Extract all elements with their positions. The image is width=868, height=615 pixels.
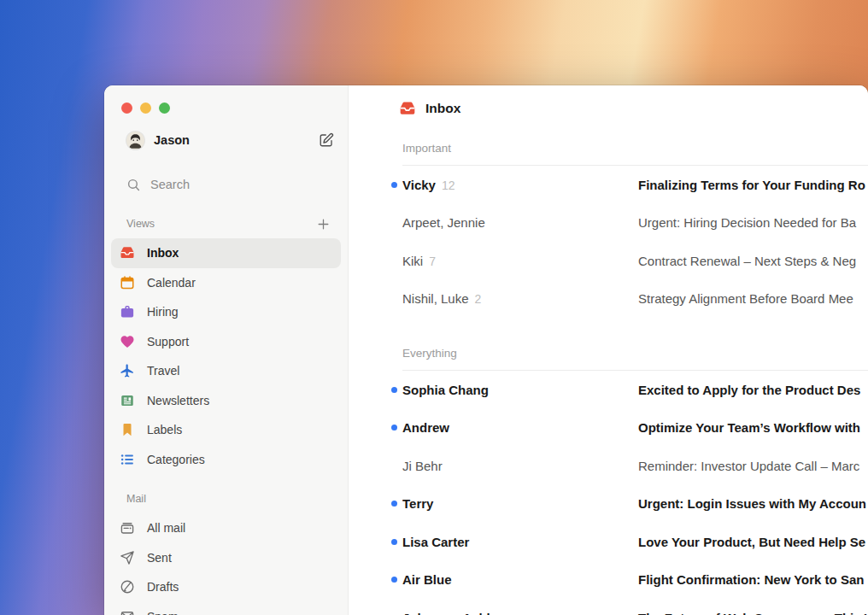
subject: Optimize Your Team’s Workflow with <box>638 420 860 435</box>
sidebar-item-sent[interactable]: Sent <box>111 543 341 573</box>
sender: Air Blue <box>402 572 638 587</box>
table-row[interactable]: TerryUrgent: Login Issues with My Accoun <box>391 485 868 524</box>
sender-name: Lisa Carter <box>402 535 469 549</box>
sender: Sophia Chang <box>402 383 638 397</box>
sidebar-item-label: Drafts <box>147 580 179 594</box>
minimize-window-button[interactable] <box>140 102 151 114</box>
heart-icon <box>120 334 135 349</box>
subject: The Future of Web Commerce – This W <box>638 611 868 615</box>
sender-name: Sophia Chang <box>402 383 489 397</box>
sender: Terry <box>402 496 638 511</box>
table-row[interactable]: Vicky12Finalizing Terms for Your Funding… <box>391 166 868 204</box>
unread-dot-column <box>391 501 402 507</box>
subject: Love Your Product, But Need Help Se <box>638 535 865 549</box>
table-row[interactable]: Nishil, Luke2Strategy Alignment Before B… <box>391 280 868 319</box>
table-row[interactable]: AndrewOptimize Your Team’s Workflow with <box>391 409 868 448</box>
unread-dot <box>391 182 397 188</box>
drafts-icon <box>120 579 135 594</box>
sender-name: Andrew <box>402 420 449 435</box>
sidebar-item-travel[interactable]: Travel <box>111 356 341 386</box>
search-placeholder: Search <box>150 178 190 191</box>
thread-count: 12 <box>442 179 455 192</box>
sidebar-item-drafts[interactable]: Drafts <box>111 572 341 602</box>
sidebar-item-all-mail[interactable]: All mail <box>111 513 341 543</box>
table-row[interactable]: Arpeet, JennieUrgent: Hiring Decision Ne… <box>391 204 868 243</box>
sidebar-item-hiring[interactable]: Hiring <box>111 297 341 327</box>
list-icon <box>120 452 135 467</box>
sender: Nishil, Luke2 <box>402 291 638 306</box>
sidebar-item-spam[interactable]: Spam <box>111 602 341 615</box>
table-row[interactable]: Lisa CarterLove Your Product, But Need H… <box>391 523 868 561</box>
search-icon <box>126 178 141 192</box>
thread-count: 7 <box>429 255 436 268</box>
newspaper-icon <box>120 393 135 408</box>
section-header-important: Important <box>402 132 868 166</box>
subject: Strategy Alignment Before Board Mee <box>638 291 853 306</box>
subject: Flight Confirmation: New York to San <box>638 572 864 587</box>
sidebar: Jason Search Views InboxCalendarHiringSu… <box>104 85 349 615</box>
table-row[interactable]: Kiki7Contract Renewal – Next Steps & Neg <box>391 242 868 280</box>
sender-name: Vicky <box>402 178 436 192</box>
unread-dot <box>391 501 397 507</box>
sender: Vicky12 <box>402 178 638 192</box>
sidebar-item-label: Newsletters <box>147 394 209 407</box>
sidebar-item-categories[interactable]: Categories <box>111 445 341 475</box>
sender-name: Arpeet, Jennie <box>402 215 485 230</box>
sidebar-item-label: Support <box>147 335 189 348</box>
unread-dot-column <box>391 425 402 430</box>
views-section-header: Views <box>126 212 331 236</box>
sender-name: Ji Behr <box>402 459 443 473</box>
subject: Urgent: Login Issues with My Accoun <box>638 496 866 511</box>
section-label: Everything <box>402 347 457 360</box>
unread-dot <box>391 425 397 430</box>
sender: Lisa Carter <box>402 535 638 549</box>
sender-name: Kiki <box>402 254 423 268</box>
sidebar-item-calendar[interactable]: Calendar <box>111 268 341 298</box>
sender-name: Terry <box>402 496 433 511</box>
sender-name: Johnson, Ashley <box>402 611 504 615</box>
account-row[interactable]: Jason <box>126 128 334 152</box>
sidebar-item-labels[interactable]: Labels <box>111 415 341 445</box>
table-row[interactable]: Air BlueFlight Confirmation: New York to… <box>391 561 868 600</box>
inbox-icon <box>399 100 416 117</box>
mail-section-header: Mail <box>126 487 331 511</box>
thread-count: 2 <box>475 292 482 306</box>
compose-icon[interactable] <box>319 132 334 148</box>
message-list-pane: Inbox ImportantVicky12Finalizing Terms f… <box>349 85 868 615</box>
avatar <box>126 132 144 149</box>
sidebar-item-label: Hiring <box>147 305 179 319</box>
inbox-icon <box>120 245 135 261</box>
views-list: InboxCalendarHiringSupportTravelNewslett… <box>104 236 348 474</box>
section-label: Important <box>402 142 451 155</box>
subject: Contract Renewal – Next Steps & Neg <box>638 254 856 268</box>
subject: Urgent: Hiring Decision Needed for Ba <box>638 215 856 230</box>
sidebar-item-inbox[interactable]: Inbox <box>111 238 341 268</box>
table-row[interactable]: Ji BehrReminder: Investor Update Call – … <box>391 447 868 485</box>
sidebar-item-support[interactable]: Support <box>111 327 341 357</box>
sidebar-item-label: All mail <box>147 521 185 535</box>
user-name: Jason <box>154 133 190 147</box>
sender: Johnson, Ashley <box>402 611 638 615</box>
unread-dot-column <box>391 182 402 188</box>
unread-dot-column <box>391 387 402 393</box>
table-row[interactable]: Sophia ChangExcited to Apply for the Pro… <box>391 371 868 409</box>
plane-icon <box>120 363 135 378</box>
spam-icon <box>120 609 135 615</box>
subject: Finalizing Terms for Your Funding Ro <box>638 178 865 192</box>
unread-dot <box>391 539 397 545</box>
sender: Kiki7 <box>402 254 638 268</box>
section-header-everything: Everything <box>402 337 868 371</box>
zoom-window-button[interactable] <box>159 102 170 114</box>
unread-dot <box>391 387 397 393</box>
search-input[interactable]: Search <box>126 173 334 196</box>
calendar-icon <box>120 275 135 290</box>
sidebar-item-label: Travel <box>147 364 179 378</box>
close-window-button[interactable] <box>121 102 132 114</box>
sidebar-item-newsletters[interactable]: Newsletters <box>111 386 341 416</box>
sidebar-item-label: Labels <box>147 423 182 436</box>
sidebar-item-label: Calendar <box>147 276 196 290</box>
mail-label: Mail <box>126 493 146 505</box>
add-view-button[interactable] <box>316 217 331 231</box>
table-row[interactable]: Johnson, AshleyThe Future of Web Commerc… <box>391 599 868 615</box>
bookmark-icon <box>120 422 135 437</box>
